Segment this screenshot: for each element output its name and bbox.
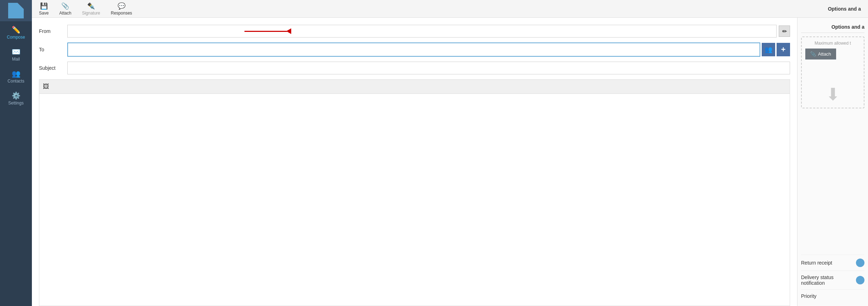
signature-icon: ✒️ — [87, 2, 95, 10]
toolbar: 💾 Save 📎 Attach ✒️ Signature 💬 Responses… — [32, 0, 868, 18]
contacts-picker-icon: 👥 — [765, 46, 772, 53]
attach-label: Attach — [59, 11, 71, 16]
main-content: 💾 Save 📎 Attach ✒️ Signature 💬 Responses… — [32, 0, 868, 306]
pencil-icon: ✏ — [782, 28, 787, 35]
options-section: Return receipt Delivery status notificat… — [801, 255, 864, 302]
from-label: From — [39, 28, 67, 34]
attach-button[interactable]: 📎 Attach — [59, 2, 71, 16]
priority-label: Priority — [801, 293, 817, 299]
save-label: Save — [39, 11, 49, 16]
responses-label: Responses — [111, 11, 132, 16]
editor-toolbar: 🖼 — [39, 80, 790, 94]
right-panel: Options and a Maximum allowed t 📎 Attach… — [797, 18, 868, 306]
sidebar-item-settings[interactable]: ⚙️ Settings — [0, 87, 32, 109]
attach-icon: 📎 — [61, 2, 69, 10]
toolbar-right-text: Options and a — [828, 6, 861, 12]
drop-download-icon: ⬇ — [826, 84, 840, 104]
contacts-icon: 👥 — [12, 70, 21, 77]
attachment-dropzone[interactable]: Maximum allowed t 📎 Attach ⬇ — [801, 36, 864, 108]
from-input[interactable] — [67, 25, 777, 38]
to-row: To 👥 + — [39, 42, 790, 57]
return-receipt-row: Return receipt — [801, 255, 864, 271]
message-editor: 🖼 — [39, 79, 790, 306]
add-recipient-button[interactable]: + — [777, 43, 790, 56]
sidebar-item-compose-label: Compose — [7, 35, 25, 40]
contacts-picker-button[interactable]: 👥 — [762, 43, 775, 56]
save-icon: 💾 — [40, 2, 48, 10]
delivery-status-label: Delivery status notification — [801, 274, 856, 286]
sidebar-item-contacts-label: Contacts — [7, 79, 24, 84]
sidebar-item-compose[interactable]: ✏️ Compose — [0, 21, 32, 43]
delivery-status-toggle[interactable] — [856, 276, 864, 284]
settings-icon: ⚙️ — [12, 92, 21, 99]
compose-form: From ✏ To 👥 — [32, 18, 797, 306]
edit-from-button[interactable]: ✏ — [779, 26, 790, 37]
subject-label: Subject — [39, 65, 67, 71]
app-logo — [0, 0, 32, 21]
responses-icon: 💬 — [118, 2, 125, 10]
compose-area: From ✏ To 👥 — [32, 18, 868, 306]
to-input-wrapper: 👥 + — [67, 42, 790, 57]
priority-row: Priority — [801, 289, 864, 302]
red-arrow-indicator — [244, 28, 291, 34]
sidebar-item-mail-label: Mail — [12, 57, 20, 62]
max-allowed-text: Maximum allowed t — [815, 41, 851, 46]
sidebar: ✏️ Compose ✉️ Mail 👥 Contacts ⚙️ Setting… — [0, 0, 32, 306]
sidebar-item-mail[interactable]: ✉️ Mail — [0, 43, 32, 65]
sidebar-item-settings-label: Settings — [8, 101, 23, 106]
to-label: To — [39, 47, 67, 52]
paperclip-icon: 📎 — [810, 51, 816, 57]
compose-icon: ✏️ — [12, 26, 21, 33]
logo-shape — [8, 3, 24, 18]
editor-body[interactable] — [39, 94, 790, 306]
to-input[interactable] — [67, 42, 760, 57]
return-receipt-label: Return receipt — [801, 260, 832, 266]
arrow-line — [244, 31, 287, 32]
signature-button[interactable]: ✒️ Signature — [82, 2, 100, 16]
sidebar-item-contacts[interactable]: 👥 Contacts — [0, 65, 32, 87]
delivery-status-row: Delivery status notification — [801, 271, 864, 289]
attach-file-label: Attach — [818, 51, 831, 57]
right-panel-header: Options and a — [801, 21, 864, 33]
subject-input[interactable] — [67, 62, 790, 74]
responses-button[interactable]: 💬 Responses — [111, 2, 132, 16]
image-icon[interactable]: 🖼 — [43, 83, 49, 90]
return-receipt-toggle[interactable] — [856, 259, 864, 267]
from-row: From ✏ — [39, 25, 790, 38]
subject-row: Subject — [39, 62, 790, 74]
plus-icon: + — [781, 45, 786, 54]
attach-file-button[interactable]: 📎 Attach — [805, 49, 836, 60]
from-input-wrapper: ✏ — [67, 25, 790, 38]
signature-label: Signature — [82, 11, 100, 16]
save-button[interactable]: 💾 Save — [39, 2, 49, 16]
arrow-head — [286, 28, 291, 34]
mail-icon: ✉️ — [12, 48, 21, 55]
